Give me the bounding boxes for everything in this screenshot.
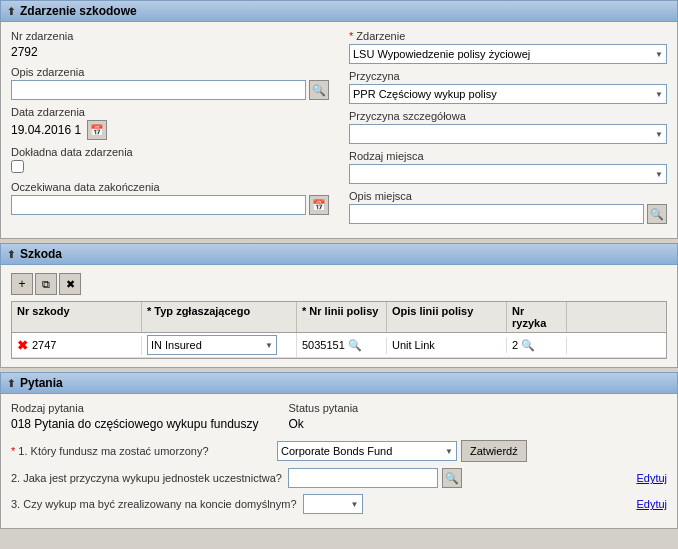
- q2-text: Jaka jest przyczyna wykupu jednostek ucz…: [23, 472, 282, 484]
- delete-szkoda-btn[interactable]: ✖: [59, 273, 81, 295]
- zdarzenie-section-body: Nr zdarzenia 2792 Opis zdarzenia 🔍 Data …: [0, 22, 678, 239]
- q3-select[interactable]: [303, 494, 363, 514]
- copy-szkoda-btn[interactable]: ⧉: [35, 273, 57, 295]
- zdarzenie-select[interactable]: LSU Wypowiedzenie polisy życiowej: [349, 44, 667, 64]
- q1-select-wrapper: Corporate Bonds Fund: [277, 441, 457, 461]
- szkoda-section-title: Szkoda: [20, 247, 62, 261]
- szkoda-section-body: + ⧉ ✖ Nr szkody * Typ zgłaszającego * Nr…: [0, 265, 678, 368]
- row-delete-btn[interactable]: ✖: [17, 338, 28, 353]
- status-pytania-value: Ok: [288, 416, 358, 432]
- question-3-row: 3. Czy wykup ma być zrealizowany na konc…: [11, 494, 667, 514]
- dokladna-data-checkbox[interactable]: [11, 160, 24, 173]
- delete-icon: ✖: [66, 278, 75, 291]
- rodzaj-miejsca-select[interactable]: [349, 164, 667, 184]
- chevron-icon: ⬆: [7, 6, 15, 17]
- zdarzenie-section: ⬆ Zdarzenie szkodowe Nr zdarzenia 2792 O…: [0, 0, 678, 239]
- data-zdarzenia-label: Data zdarzenia: [11, 106, 329, 118]
- th-typ: * Typ zgłaszającego: [142, 302, 297, 332]
- rodzaj-miejsca-select-wrapper: [349, 164, 667, 184]
- rodzaj-miejsca-label: Rodzaj miejsca: [349, 150, 667, 162]
- pytania-section-header[interactable]: ⬆ Pytania: [0, 372, 678, 394]
- opis-zdarzenia-field: 🔍: [11, 80, 329, 100]
- q1-label: 1. Który fundusz ma zostać umorzony?: [11, 445, 271, 457]
- przyczyna-select[interactable]: PPR Częściowy wykup polisy: [349, 84, 667, 104]
- q2-input[interactable]: [288, 468, 438, 488]
- opis-zdarzenia-search-btn[interactable]: 🔍: [309, 80, 329, 100]
- th-nr-szkody: Nr szkody: [12, 302, 142, 332]
- q3-label: 3. Czy wykup ma być zrealizowany na konc…: [11, 498, 297, 510]
- opis-miejsca-input[interactable]: [349, 204, 644, 224]
- q1-confirm-btn[interactable]: Zatwierdź: [461, 440, 527, 462]
- th-nr-ryzyka: Nr ryzyka: [507, 302, 567, 332]
- td-nr-linii: 5035151 🔍: [297, 337, 387, 354]
- q1-number: 1.: [18, 445, 27, 457]
- calendar-icon: 📅: [90, 124, 104, 137]
- przyczyna-szczeg-select-wrapper: [349, 124, 667, 144]
- pytania-section: ⬆ Pytania Rodzaj pytania 018 Pytania do …: [0, 372, 678, 529]
- oczekiwana-data-input[interactable]: [11, 195, 306, 215]
- add-szkoda-btn[interactable]: +: [11, 273, 33, 295]
- oczekiwana-data-calendar-btn[interactable]: 📅: [309, 195, 329, 215]
- q3-input-area: Edytuj: [303, 494, 667, 514]
- zdarzenie-section-header[interactable]: ⬆ Zdarzenie szkodowe: [0, 0, 678, 22]
- q3-select-wrapper: [303, 494, 363, 514]
- szkoda-toolbar: + ⧉ ✖: [11, 273, 667, 295]
- search-icon: 🔍: [312, 84, 326, 97]
- data-zdarzenia-value: 19.04.2016 1: [11, 122, 81, 138]
- przyczyna-szczeg-label: Przyczyna szczegółowa: [349, 110, 667, 122]
- przyczyna-select-wrapper: PPR Częściowy wykup polisy: [349, 84, 667, 104]
- rodzaj-pytania-label: Rodzaj pytania: [11, 402, 258, 414]
- zdarzenie-section-title: Zdarzenie szkodowe: [20, 4, 137, 18]
- oczekiwana-data-field: 📅: [11, 195, 329, 215]
- szkoda-section: ⬆ Szkoda + ⧉ ✖ Nr szkody * Typ zgłaszają…: [0, 243, 678, 368]
- q3-text: Czy wykup ma być zrealizowany na koncie …: [23, 498, 296, 510]
- opis-miejsca-field: 🔍: [349, 204, 667, 224]
- data-zdarzenia-calendar-btn[interactable]: 📅: [87, 120, 107, 140]
- q3-number: 3.: [11, 498, 20, 510]
- szkoda-section-header[interactable]: ⬆ Szkoda: [0, 243, 678, 265]
- szkoda-table: Nr szkody * Typ zgłaszającego * Nr linii…: [11, 301, 667, 359]
- td-typ: IN Insured: [142, 333, 297, 357]
- status-pytania-field: Status pytania Ok: [288, 402, 358, 432]
- zdarzenie-row1: Nr zdarzenia 2792 Opis zdarzenia 🔍 Data …: [11, 30, 667, 224]
- nr-ryzyka-value: 2: [512, 339, 518, 351]
- dokladna-data-checkbox-row: [11, 160, 329, 173]
- opis-zdarzenia-label: Opis zdarzenia: [11, 66, 329, 78]
- q2-edit-link[interactable]: Edytuj: [636, 472, 667, 484]
- td-opis-linii: Unit Link: [387, 337, 507, 353]
- nr-zdarzenia-value: 2792: [11, 44, 329, 60]
- zdarzenie-right-col: Zdarzenie LSU Wypowiedzenie polisy życio…: [349, 30, 667, 224]
- opis-miejsca-search-btn[interactable]: 🔍: [647, 204, 667, 224]
- pytania-section-body: Rodzaj pytania 018 Pytania do częścioweg…: [0, 394, 678, 529]
- pytania-chevron-icon: ⬆: [7, 378, 15, 389]
- przyczyna-szczeg-select[interactable]: [349, 124, 667, 144]
- q2-label: 2. Jaka jest przyczyna wykupu jednostek …: [11, 472, 282, 484]
- status-pytania-label: Status pytania: [288, 402, 358, 414]
- question-2-row: 2. Jaka jest przyczyna wykupu jednostek …: [11, 468, 667, 488]
- td-nr-szkody: ✖ 2747: [12, 336, 142, 355]
- td-nr-ryzyka: 2 🔍: [507, 337, 567, 354]
- copy-icon: ⧉: [42, 278, 50, 291]
- q3-edit-link[interactable]: Edytuj: [636, 498, 667, 510]
- nr-linii-value: 5035151: [302, 339, 345, 351]
- oczekiwana-data-label: Oczekiwana data zakończenia: [11, 181, 329, 193]
- th-nr-linii: * Nr linii polisy: [297, 302, 387, 332]
- pytania-info-row: Rodzaj pytania 018 Pytania do częścioweg…: [11, 402, 667, 432]
- dokladna-data-label: Dokładna data zdarzenia: [11, 146, 329, 158]
- q2-search-btn[interactable]: 🔍: [442, 468, 462, 488]
- q1-select[interactable]: Corporate Bonds Fund: [277, 441, 457, 461]
- question-1-row: 1. Który fundusz ma zostać umorzony? Cor…: [11, 440, 667, 462]
- zdarzenie-select-wrapper: LSU Wypowiedzenie polisy życiowej: [349, 44, 667, 64]
- szkoda-table-header: Nr szkody * Typ zgłaszającego * Nr linii…: [12, 302, 666, 333]
- opis-zdarzenia-input[interactable]: [11, 80, 306, 100]
- q2-search-icon: 🔍: [445, 472, 459, 485]
- przyczyna-label: Przyczyna: [349, 70, 667, 82]
- nr-ryzyka-search-icon[interactable]: 🔍: [521, 339, 535, 352]
- typ-select[interactable]: IN Insured: [147, 335, 277, 355]
- nr-zdarzenia-label: Nr zdarzenia: [11, 30, 329, 42]
- nr-szkody-value: 2747: [32, 339, 56, 351]
- szkoda-chevron-icon: ⬆: [7, 249, 15, 260]
- typ-select-wrapper: IN Insured: [147, 335, 277, 355]
- nr-linii-search-icon[interactable]: 🔍: [348, 339, 362, 352]
- q1-text: Który fundusz ma zostać umorzony?: [31, 445, 209, 457]
